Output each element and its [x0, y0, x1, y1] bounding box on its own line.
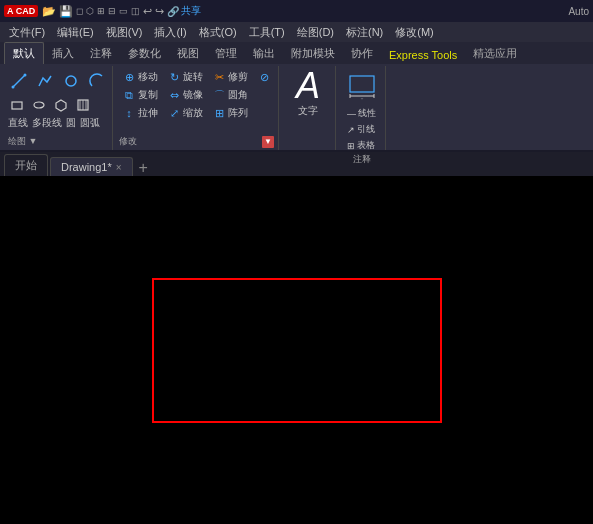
leader-button[interactable]: ↗ 引线	[345, 122, 378, 137]
draw-top-row	[8, 68, 108, 94]
fillet-button[interactable]: ⌒ 圆角	[209, 87, 251, 103]
menu-tools[interactable]: 工具(T)	[244, 24, 290, 41]
rotate-icon: ↻	[167, 70, 181, 84]
redo-icon[interactable]: ↪	[155, 5, 164, 18]
doc-tab-label: Drawing1*	[61, 161, 112, 173]
menu-edit[interactable]: 编辑(E)	[52, 24, 99, 41]
stretch-label: 拉伸	[138, 106, 158, 120]
icon1[interactable]: ◻	[76, 6, 83, 16]
menu-draw[interactable]: 绘图(D)	[292, 24, 339, 41]
ellipse-icon[interactable]	[30, 96, 48, 114]
menu-modify[interactable]: 修改(M)	[390, 24, 439, 41]
polyline-label[interactable]: 多段线	[32, 116, 62, 130]
share-label: 共享	[181, 4, 201, 18]
tab-manage[interactable]: 管理	[207, 43, 245, 64]
icon6[interactable]: ◫	[131, 6, 140, 16]
doc-tab-drawing1[interactable]: Drawing1* ×	[50, 157, 133, 176]
mirror-icon: ⇔	[167, 88, 181, 102]
linear-dim-button[interactable]: — 线性	[345, 106, 378, 121]
polygon-icon[interactable]	[52, 96, 70, 114]
move-button[interactable]: ⊕ 移动	[119, 69, 161, 85]
svg-point-2	[24, 74, 27, 77]
tab-selected-apps[interactable]: 精选应用	[465, 43, 525, 64]
tab-collaborate[interactable]: 协作	[343, 43, 381, 64]
rectangle-icon[interactable]	[8, 96, 26, 114]
table-icon: ⊞	[347, 141, 355, 151]
big-a-label: A	[296, 65, 320, 106]
share-icon: 🔗	[167, 6, 179, 17]
circle-icon[interactable]	[60, 70, 82, 92]
text-group: A 文字	[281, 66, 336, 150]
mirror-button[interactable]: ⇔ 镜像	[164, 87, 206, 103]
modify-expand-arrow[interactable]: ▼	[262, 136, 274, 148]
tab-default[interactable]: 默认	[4, 42, 44, 64]
table-button[interactable]: ⊞ 表格	[345, 138, 378, 153]
icon4[interactable]: ⊟	[108, 6, 116, 16]
icon3[interactable]: ⊞	[97, 6, 105, 16]
array-label: 阵列	[228, 106, 248, 120]
rotate-button[interactable]: ↻ 旋转	[164, 69, 206, 85]
line-label[interactable]: 直线	[8, 116, 28, 130]
offset-button[interactable]: ⊘	[254, 69, 274, 85]
cad-logo: A CAD	[4, 5, 38, 17]
tab-annotation[interactable]: 注释	[82, 43, 120, 64]
tab-addons[interactable]: 附加模块	[283, 43, 343, 64]
move-icon: ⊕	[122, 70, 136, 84]
menu-insert[interactable]: 插入(I)	[149, 24, 191, 41]
ribbon: 直线 多段线 圆 圆弧 绘图 ▼ ⊕ 移动 ↻ 旋转 ✂ 修剪	[0, 64, 593, 152]
start-tab[interactable]: 开始	[4, 154, 48, 176]
menu-view[interactable]: 视图(V)	[101, 24, 148, 41]
arc-icon[interactable]	[86, 70, 108, 92]
dimension-icon[interactable]: ↔	[346, 68, 378, 104]
hatch-icon[interactable]	[74, 96, 92, 114]
copy-icon: ⧉	[122, 88, 136, 102]
ribbon-tabs: 默认 插入 注释 参数化 视图 管理 输出 附加模块 协作 Express To…	[0, 42, 593, 64]
polyline-icon[interactable]	[34, 70, 56, 92]
save-icon[interactable]: 💾	[59, 5, 73, 18]
menu-bar: 文件(F) 编辑(E) 视图(V) 插入(I) 格式(O) 工具(T) 绘图(D…	[0, 22, 593, 42]
icon5[interactable]: ▭	[119, 6, 128, 16]
array-button[interactable]: ⊞ 阵列	[209, 105, 251, 121]
tab-view[interactable]: 视图	[169, 43, 207, 64]
menu-format[interactable]: 格式(O)	[194, 24, 242, 41]
move-label: 移动	[138, 70, 158, 84]
svg-line-0	[13, 75, 25, 87]
copy-label: 复制	[138, 88, 158, 102]
fillet-label: 圆角	[228, 88, 248, 102]
offset-icon: ⊘	[257, 70, 271, 84]
array-icon: ⊞	[212, 106, 226, 120]
linear-label: 线性	[358, 107, 376, 120]
mirror-label: 镜像	[183, 88, 203, 102]
arc-label[interactable]: 圆弧	[80, 116, 100, 130]
scale-button[interactable]: ⤢ 缩放	[164, 105, 206, 121]
icon2[interactable]: ⬡	[86, 6, 94, 16]
copy-button[interactable]: ⧉ 复制	[119, 87, 161, 103]
open-icon[interactable]: 📂	[42, 5, 56, 18]
tab-output[interactable]: 输出	[245, 43, 283, 64]
modify-group-label: 修改	[119, 135, 137, 148]
draw-label-row: 直线 多段线 圆 圆弧	[8, 116, 108, 130]
new-tab-button[interactable]: +	[135, 160, 152, 176]
tab-insert[interactable]: 插入	[44, 43, 82, 64]
circle-label[interactable]: 圆	[66, 116, 76, 130]
title-icons: 📂 💾 ◻ ⬡ ⊞ ⊟ ▭ ◫ ↩ ↪ 🔗 共享	[42, 4, 201, 18]
text-big-a[interactable]: A	[296, 68, 320, 104]
svg-point-5	[34, 102, 44, 108]
line-icon[interactable]	[8, 70, 30, 92]
draw-group-footer: 绘图 ▼	[8, 130, 108, 148]
stretch-button[interactable]: ↕ 拉伸	[119, 105, 161, 121]
svg-text:↔: ↔	[360, 96, 364, 100]
share-button[interactable]: 🔗 共享	[167, 4, 201, 18]
tab-parametric[interactable]: 参数化	[120, 43, 169, 64]
canvas-area[interactable]	[0, 176, 593, 524]
tab-express-tools[interactable]: Express Tools	[381, 46, 465, 64]
trim-button[interactable]: ✂ 修剪	[209, 69, 251, 85]
menu-dimension[interactable]: 标注(N)	[341, 24, 388, 41]
menu-file[interactable]: 文件(F)	[4, 24, 50, 41]
scale-label: 缩放	[183, 106, 203, 120]
undo-icon[interactable]: ↩	[143, 5, 152, 18]
annotation-group: ↔ — 线性 ↗ 引线 ⊞ 表格	[338, 66, 386, 150]
svg-marker-6	[56, 100, 66, 111]
title-auto: Auto	[568, 6, 589, 17]
doc-tab-close[interactable]: ×	[116, 162, 122, 173]
